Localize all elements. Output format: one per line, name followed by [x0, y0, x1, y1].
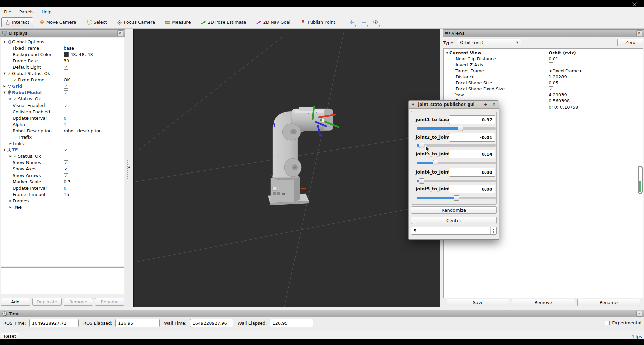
- joint-slider[interactable]: [417, 126, 496, 131]
- tree-row[interactable]: ▶Tree: [1, 204, 124, 210]
- tree-row[interactable]: Show Axes✓: [1, 166, 124, 172]
- menu-item-panels[interactable]: Panels: [15, 8, 38, 15]
- expander-open-icon[interactable]: ▼: [2, 40, 7, 43]
- expander-open-icon[interactable]: ▼: [445, 51, 449, 54]
- expander-closed-icon[interactable]: ▶: [8, 206, 13, 209]
- slider-handle[interactable]: [454, 195, 459, 201]
- checkbox-checked[interactable]: ✓: [64, 84, 68, 89]
- scroll-indicator[interactable]: [638, 166, 643, 194]
- close-icon[interactable]: [632, 2, 637, 6]
- checkbox-unchecked[interactable]: [549, 62, 553, 67]
- tree-row[interactable]: ▼TF✓: [1, 147, 124, 153]
- tree-row[interactable]: Show Arrows✓: [1, 172, 124, 179]
- tree-row[interactable]: ▶Grid✓: [1, 83, 124, 89]
- spin-up-icon[interactable]: ▲: [493, 228, 494, 231]
- checkbox-checked[interactable]: ✓: [64, 90, 68, 95]
- menu-item-file[interactable]: File: [0, 8, 15, 15]
- tree-row[interactable]: Fixed Framebase: [1, 45, 124, 51]
- joint-value-field[interactable]: 0.14: [449, 150, 495, 158]
- experimental-checkbox[interactable]: [605, 321, 610, 325]
- tree-row[interactable]: Alpha1: [1, 121, 124, 128]
- tree-row[interactable]: Distance1.20289: [444, 74, 643, 80]
- tree-row[interactable]: Marker Scale0.3: [1, 179, 124, 185]
- tree-row[interactable]: TF Prefix: [1, 134, 124, 140]
- tool-move-camera[interactable]: Move Camera: [36, 17, 80, 27]
- time-field-value[interactable]: 126.95: [270, 319, 313, 327]
- tree-row[interactable]: Target Frame<Fixed Frame>: [444, 68, 643, 74]
- joint-slider[interactable]: [417, 160, 496, 165]
- window-minimize-icon[interactable]: −: [475, 102, 480, 107]
- center-button[interactable]: Center: [411, 217, 497, 224]
- tree-row[interactable]: ▶✓Status: Ok: [1, 96, 124, 102]
- tree-row[interactable]: Frame Timeout15: [1, 191, 124, 198]
- spin-down-icon[interactable]: ▼: [493, 231, 494, 233]
- joint-value-field[interactable]: 0.37: [449, 115, 495, 124]
- joint-value-field[interactable]: 0.00: [449, 168, 495, 177]
- tree-row[interactable]: Robot Descriptionrobot_description: [1, 128, 124, 134]
- randomize-button[interactable]: Randomize: [411, 206, 497, 214]
- minimize-icon[interactable]: [593, 2, 598, 6]
- remove-button[interactable]: Remove: [512, 299, 575, 306]
- rename-button[interactable]: Rename: [577, 299, 640, 306]
- checkbox-unchecked[interactable]: [64, 110, 68, 114]
- time-close-icon[interactable]: ✕: [636, 311, 642, 317]
- reset-button[interactable]: Reset: [1, 333, 19, 340]
- rate-spinbox[interactable]: 5 ▲▼: [411, 227, 497, 235]
- tool-focus-camera[interactable]: Focus Camera: [113, 17, 159, 27]
- checkbox-checked[interactable]: ✓: [64, 65, 68, 70]
- displays-close-icon[interactable]: ✕: [117, 30, 123, 36]
- tree-row[interactable]: ▼Global Options: [1, 39, 124, 45]
- expander-closed-icon[interactable]: ▶: [2, 85, 7, 88]
- color-swatch[interactable]: [64, 52, 69, 57]
- tool-select[interactable]: Select: [83, 17, 111, 27]
- joint-value-field[interactable]: 0.00: [449, 185, 495, 193]
- expander-open-icon[interactable]: ▼: [2, 72, 7, 75]
- checkbox-checked[interactable]: ✓: [549, 86, 553, 91]
- tree-row[interactable]: Show Names✓: [1, 159, 124, 166]
- expander-closed-icon[interactable]: ▶: [8, 155, 13, 158]
- time-field-value[interactable]: 1649228927.96: [190, 319, 233, 327]
- tree-row[interactable]: ▼RobotModel✓: [1, 89, 124, 96]
- tool-publish-point[interactable]: Publish Point: [297, 17, 339, 27]
- tool-interact[interactable]: Interact: [1, 17, 33, 27]
- tree-row[interactable]: Visual Enabled✓: [1, 102, 124, 109]
- experimental-option[interactable]: Experimental: [605, 320, 641, 325]
- tree-row[interactable]: ▶Links: [1, 140, 124, 147]
- tool-measure[interactable]: Measure: [161, 17, 194, 27]
- expander-closed-icon[interactable]: ▶: [8, 142, 13, 145]
- panel-splitter[interactable]: ◀: [125, 29, 133, 307]
- slider-track[interactable]: [417, 180, 496, 182]
- view-type-dropdown[interactable]: Orbit (rviz) ▼: [457, 39, 521, 46]
- menu-item-help[interactable]: Help: [38, 8, 56, 15]
- window-close-icon[interactable]: ✕: [491, 102, 497, 107]
- expander-closed-icon[interactable]: ▶: [8, 97, 13, 100]
- add-button[interactable]: Add: [1, 298, 30, 306]
- spinbox-arrows[interactable]: ▲▼: [490, 227, 496, 234]
- slider-handle[interactable]: [419, 178, 424, 184]
- restore-icon[interactable]: [612, 2, 618, 6]
- checkbox-checked[interactable]: ✓: [64, 167, 68, 171]
- tool-visibility-button[interactable]: ▾: [371, 18, 380, 27]
- tree-row[interactable]: Focal Shape Fixed Size✓: [444, 86, 643, 92]
- tree-row[interactable]: ▼✓Global Status: Ok: [1, 70, 124, 77]
- 3d-viewport[interactable]: 5: [133, 29, 440, 307]
- joint-slider[interactable]: [417, 178, 496, 184]
- tree-row[interactable]: Collision Enabled: [1, 109, 124, 115]
- tree-row[interactable]: Background Color48; 48; 48: [1, 51, 124, 58]
- remove-tool-button[interactable]: ▾: [359, 18, 368, 27]
- checkbox-checked[interactable]: ✓: [64, 173, 68, 178]
- checkbox-checked[interactable]: ✓: [64, 160, 68, 165]
- tree-row[interactable]: Default Light✓: [1, 64, 124, 70]
- time-field-value[interactable]: 1649228927.72: [29, 319, 79, 327]
- tool-2d-pose-estimate[interactable]: 2D Pose Estimate: [197, 17, 250, 27]
- collapse-icon[interactable]: ▼: [412, 103, 414, 106]
- expander-open-icon[interactable]: ▼: [2, 148, 7, 151]
- tree-row[interactable]: Update Interval0: [1, 115, 124, 121]
- zero-button[interactable]: Zero: [617, 39, 643, 46]
- tree-row[interactable]: Invert Z Axis: [444, 62, 643, 68]
- tree-row[interactable]: Update Interval0: [1, 185, 124, 191]
- tree-row[interactable]: Focal Shape Size0.05: [444, 80, 643, 86]
- tree-row[interactable]: ▶Frames: [1, 198, 124, 204]
- tool-2d-nav-goal[interactable]: 2D Nav Goal: [252, 17, 294, 27]
- tree-row[interactable]: ▼Current ViewOrbit (rviz): [444, 50, 643, 56]
